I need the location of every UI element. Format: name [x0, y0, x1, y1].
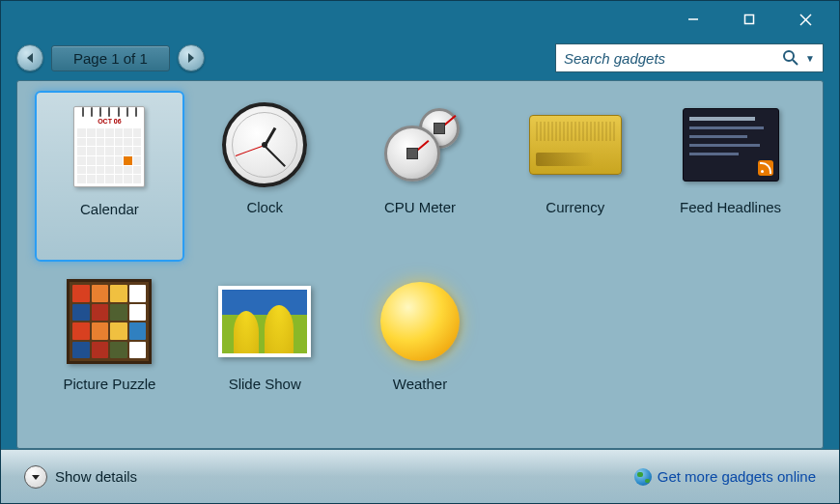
chevron-right-icon [186, 52, 196, 64]
svg-marker-4 [27, 53, 33, 63]
gadget-clock[interactable]: Clock [190, 91, 340, 262]
gadget-gallery-window: Page 1 of 1 ▼ OCT 06 Calendar [0, 0, 840, 504]
navbar: Page 1 of 1 ▼ [1, 38, 839, 78]
svg-marker-8 [32, 475, 40, 480]
slide-show-icon [216, 273, 313, 370]
calendar-icon: OCT 06 [61, 98, 157, 195]
page-indicator: Page 1 of 1 [51, 45, 170, 71]
chevron-left-icon [25, 52, 35, 64]
maximize-icon [743, 14, 755, 25]
gadget-label: Clock [246, 199, 283, 215]
gadget-currency[interactable]: Currency [500, 91, 650, 262]
titlebar [1, 1, 839, 38]
gadget-cpu-meter[interactable]: CPU Meter [346, 91, 495, 262]
search-input[interactable] [564, 50, 776, 67]
gadget-gallery: OCT 06 Calendar Clock CPU Meter [16, 80, 824, 449]
gadget-picture-puzzle[interactable]: Picture Puzzle [35, 267, 184, 438]
svg-point-6 [784, 51, 794, 61]
close-button[interactable] [777, 4, 833, 35]
svg-marker-5 [188, 53, 194, 63]
chevron-down-icon [24, 465, 47, 489]
svg-rect-1 [745, 15, 754, 24]
gadget-label: CPU Meter [384, 199, 456, 215]
currency-icon [527, 97, 624, 193]
feed-headlines-icon [683, 97, 779, 193]
cpu-meter-icon [372, 97, 468, 193]
maximize-button[interactable] [721, 4, 777, 35]
gadget-weather[interactable]: Weather [346, 267, 495, 438]
minimize-icon [687, 14, 699, 25]
picture-puzzle-icon [61, 273, 157, 370]
weather-icon [372, 273, 468, 370]
close-icon [799, 14, 812, 26]
gadget-label: Calendar [80, 201, 139, 217]
gadget-slide-show[interactable]: Slide Show [190, 267, 340, 438]
gadget-label: Picture Puzzle [63, 376, 155, 392]
gadget-label: Feed Headlines [680, 199, 781, 215]
minimize-button[interactable] [665, 4, 721, 35]
search-box[interactable]: ▼ [555, 43, 824, 72]
next-page-button[interactable] [178, 44, 205, 71]
get-more-gadgets-label: Get more gadgets online [658, 468, 816, 485]
show-details-label: Show details [55, 468, 137, 485]
get-more-gadgets-link[interactable]: Get more gadgets online [634, 468, 816, 486]
gadget-calendar[interactable]: OCT 06 Calendar [35, 91, 184, 262]
clock-icon [216, 97, 313, 193]
gadget-label: Slide Show [229, 376, 301, 392]
globe-icon [634, 468, 652, 486]
footer: Show details Get more gadgets online [1, 449, 839, 503]
gadget-label: Weather [393, 376, 447, 392]
prev-page-button[interactable] [16, 44, 43, 71]
search-icon[interactable] [782, 49, 799, 67]
gadget-feed-headlines[interactable]: Feed Headlines [656, 91, 805, 262]
svg-line-7 [793, 60, 798, 65]
gadget-label: Currency [546, 199, 604, 215]
show-details-toggle[interactable]: Show details [24, 465, 137, 489]
search-filter-dropdown[interactable]: ▼ [805, 53, 815, 64]
